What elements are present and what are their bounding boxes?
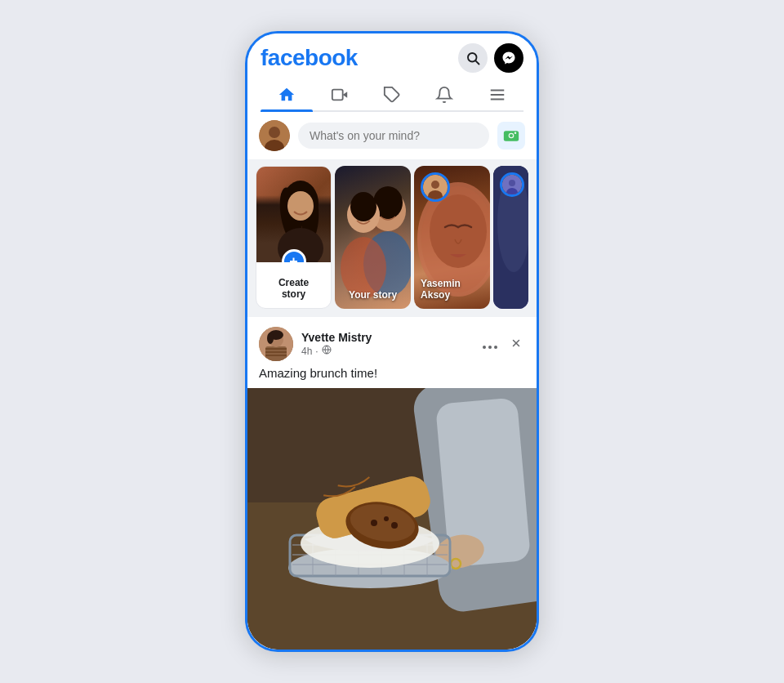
fourth-story-card[interactable] bbox=[493, 166, 528, 309]
nav-video[interactable] bbox=[313, 79, 365, 110]
fourth-avatar bbox=[502, 175, 522, 194]
nav-bar bbox=[261, 79, 523, 112]
nav-home[interactable] bbox=[261, 79, 313, 110]
nav-marketplace[interactable] bbox=[366, 79, 418, 110]
post-dot: · bbox=[315, 346, 318, 357]
svg-point-74 bbox=[371, 520, 377, 526]
search-button[interactable] bbox=[458, 43, 488, 73]
messenger-button[interactable] bbox=[494, 43, 523, 73]
globe-icon bbox=[322, 345, 332, 357]
post-user-info: Yvette Mistry 4h · bbox=[301, 331, 471, 357]
nav-menu[interactable] bbox=[471, 79, 523, 110]
stories-row: + Create story bbox=[247, 166, 537, 317]
phone-screen: facebook bbox=[247, 33, 537, 650]
news-feed: Yvette Mistry 4h · bbox=[247, 317, 537, 650]
svg-point-14 bbox=[514, 132, 517, 134]
svg-point-75 bbox=[384, 516, 389, 521]
post-author-avatar bbox=[259, 327, 293, 361]
your-story-card[interactable]: Your story bbox=[335, 166, 411, 309]
post-more-button[interactable] bbox=[479, 333, 501, 356]
post-box bbox=[247, 112, 537, 159]
header-top-row: facebook bbox=[261, 43, 523, 73]
svg-point-76 bbox=[391, 522, 398, 529]
svg-point-47 bbox=[483, 346, 486, 349]
svg-point-35 bbox=[509, 180, 515, 186]
yasemin-story-label: YaseminAksoy bbox=[421, 278, 483, 301]
create-story-image bbox=[256, 167, 331, 262]
post-author-name: Yvette Mistry bbox=[301, 331, 471, 344]
whats-on-mind-input[interactable] bbox=[298, 123, 489, 149]
post-text-content: Amazing brunch time! bbox=[247, 366, 537, 388]
post-time: 4h bbox=[301, 346, 312, 357]
svg-point-9 bbox=[269, 127, 280, 138]
post-card: Yvette Mistry 4h · bbox=[247, 317, 537, 650]
create-story-text: Create bbox=[278, 277, 309, 288]
user-avatar-image bbox=[259, 120, 290, 151]
create-story-card[interactable]: + Create story bbox=[256, 166, 332, 309]
svg-point-44 bbox=[267, 333, 274, 344]
app-header: facebook bbox=[247, 33, 537, 112]
svg-point-30 bbox=[431, 181, 439, 189]
your-story-bg bbox=[335, 166, 411, 309]
create-story-text2: story bbox=[282, 288, 305, 300]
post-meta: 4h · bbox=[301, 345, 471, 357]
create-story-label: Create story bbox=[256, 262, 331, 308]
yasemin-avatar-ring bbox=[421, 172, 450, 202]
post-close-button[interactable] bbox=[507, 333, 525, 356]
post-image bbox=[247, 388, 537, 650]
svg-rect-2 bbox=[332, 90, 342, 100]
post-action-buttons bbox=[479, 333, 525, 356]
user-avatar bbox=[259, 120, 290, 151]
your-story-label: Your story bbox=[335, 289, 411, 301]
fourth-avatar-ring bbox=[500, 172, 524, 197]
phone-frame: facebook bbox=[245, 31, 539, 652]
facebook-logo: facebook bbox=[261, 45, 358, 71]
post-header: Yvette Mistry 4h · bbox=[247, 317, 537, 366]
header-action-icons bbox=[458, 43, 523, 73]
nav-notifications[interactable] bbox=[418, 79, 470, 110]
svg-point-49 bbox=[494, 346, 497, 349]
yasemin-avatar bbox=[423, 175, 448, 199]
svg-point-23 bbox=[350, 192, 376, 221]
photo-video-button[interactable] bbox=[497, 122, 525, 150]
svg-point-13 bbox=[510, 134, 513, 137]
yasemin-story-card[interactable]: YaseminAksoy bbox=[414, 166, 490, 309]
svg-point-18 bbox=[287, 191, 314, 221]
create-story-bg: + bbox=[256, 167, 331, 262]
svg-point-48 bbox=[488, 346, 492, 349]
svg-line-1 bbox=[475, 60, 479, 64]
